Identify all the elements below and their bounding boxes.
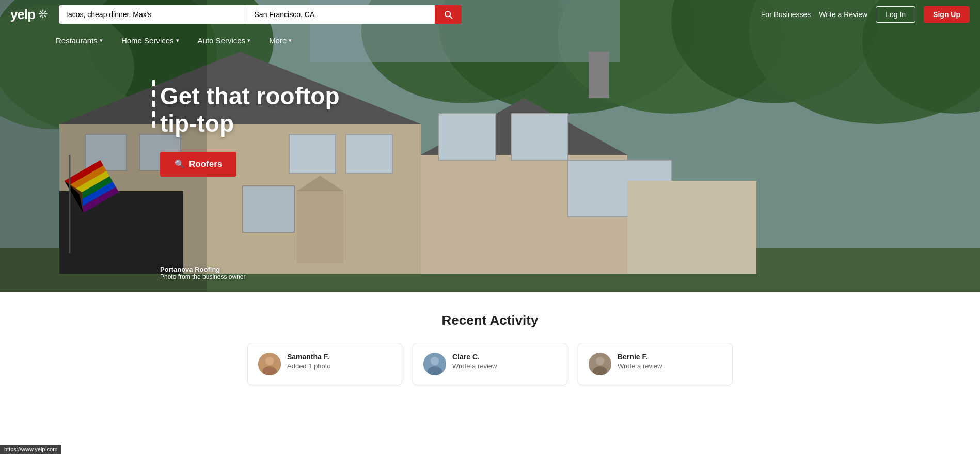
activity-info-bernie: Bernie F. Wrote a review <box>618 353 662 370</box>
avatar-bernie <box>589 353 611 375</box>
activity-action-samantha: Added 1 photo <box>287 362 331 370</box>
site-header: yelp ❊ For Businesses Write a Review Log… <box>0 0 980 52</box>
chevron-down-icon: ▾ <box>289 37 292 44</box>
chevron-down-icon: ▾ <box>247 37 250 44</box>
search-find-input[interactable] <box>59 5 247 24</box>
avatar-image-samantha <box>258 353 281 375</box>
avatar-clare <box>423 353 446 375</box>
top-bar: yelp ❊ For Businesses Write a Review Log… <box>0 0 980 29</box>
logo-text: yelp <box>10 7 35 23</box>
svg-point-44 <box>431 357 439 365</box>
user-name-samantha: Samantha F. <box>287 353 331 361</box>
svg-point-41 <box>265 357 274 365</box>
user-name-bernie: Bernie F. <box>618 353 662 361</box>
nav-label-auto-services: Auto Services <box>198 36 246 45</box>
chevron-down-icon: ▾ <box>176 37 179 44</box>
nav-label-home-services: Home Services <box>121 36 174 45</box>
search-icon: 🔍 <box>175 159 185 169</box>
nav-item-restaurants[interactable]: Restaurants ▾ <box>46 29 112 52</box>
svg-point-47 <box>596 357 604 365</box>
write-review-link[interactable]: Write a Review <box>819 10 867 19</box>
for-businesses-link[interactable]: For Businesses <box>761 10 811 19</box>
search-location-input[interactable] <box>247 5 435 24</box>
nav-item-auto-services[interactable]: Auto Services ▾ <box>188 29 260 52</box>
nav-label-restaurants: Restaurants <box>56 36 98 45</box>
hero-section: yelp ❊ For Businesses Write a Review Log… <box>0 0 980 292</box>
avatar-image-clare <box>423 353 446 375</box>
activity-cards-container: Samantha F. Added 1 photo Clare C. Wrote… <box>10 343 970 396</box>
logo-burst-icon: ❊ <box>38 8 48 21</box>
login-button[interactable]: Log In <box>876 6 915 23</box>
signup-button[interactable]: Sign Up <box>924 6 970 23</box>
activity-action-clare: Wrote a review <box>452 362 497 370</box>
user-name-clare: Clare C. <box>452 353 497 361</box>
hero-title: Get that rooftop tip-top <box>160 83 340 137</box>
activity-info-samantha: Samantha F. Added 1 photo <box>287 353 331 370</box>
activity-action-bernie: Wrote a review <box>618 362 662 370</box>
chevron-down-icon: ▾ <box>100 37 103 44</box>
search-bar <box>59 5 462 24</box>
category-nav: Restaurants ▾ Home Services ▾ Auto Servi… <box>0 29 980 52</box>
activity-info-clare: Clare C. Wrote a review <box>452 353 497 370</box>
photo-credit: Portanova Roofing Photo from the busines… <box>160 265 245 280</box>
search-button[interactable] <box>435 5 462 24</box>
search-icon <box>443 9 453 20</box>
recent-activity-section: Recent Activity Samantha F. Added 1 phot… <box>0 292 980 406</box>
hero-cta-button[interactable]: 🔍 Roofers <box>160 152 236 177</box>
avatar-samantha <box>258 353 281 375</box>
activity-card-samantha[interactable]: Samantha F. Added 1 photo <box>247 343 402 385</box>
recent-activity-title: Recent Activity <box>10 312 970 328</box>
yelp-logo[interactable]: yelp ❊ <box>10 7 48 23</box>
avatar-image-bernie <box>589 353 611 375</box>
nav-item-more[interactable]: More ▾ <box>260 29 301 52</box>
activity-card-clare[interactable]: Clare C. Wrote a review <box>413 343 567 385</box>
nav-label-more: More <box>269 36 287 45</box>
top-nav-links: For Businesses Write a Review Log In Sig… <box>761 6 970 23</box>
activity-card-bernie[interactable]: Bernie F. Wrote a review <box>578 343 733 385</box>
nav-item-home-services[interactable]: Home Services ▾ <box>112 29 188 52</box>
